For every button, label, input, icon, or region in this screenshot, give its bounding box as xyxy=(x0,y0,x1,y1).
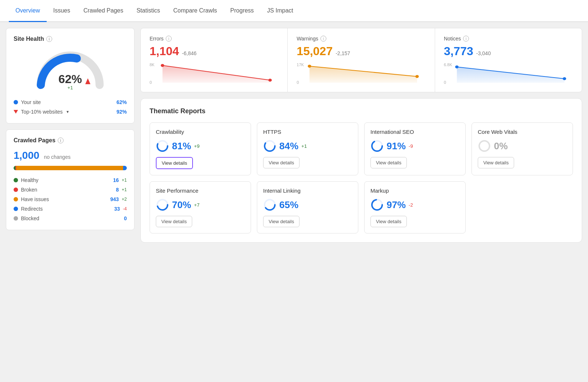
notices-card: Notices i 3,773 -3,040 6.8K 0 xyxy=(435,28,582,92)
warnings-value-row: 15,027 -2,157 xyxy=(297,44,426,58)
metrics-row: Errors i 1,104 -6,846 8K 0 xyxy=(140,28,582,92)
nav-compare-crawls[interactable]: Compare Crawls xyxy=(166,0,223,22)
warnings-sparkline-svg xyxy=(297,63,426,85)
redirects-segment xyxy=(123,166,127,170)
https-view-details-button[interactable]: View details xyxy=(263,157,300,168)
notices-sparkline: 6.8K 0 xyxy=(444,63,573,85)
issues-dot xyxy=(14,197,18,201)
main-content: Site Health i 62% +1 xyxy=(0,22,588,249)
notices-value-row: 3,773 -3,040 xyxy=(444,44,573,58)
errors-sparkline-svg xyxy=(150,63,279,85)
site-health-title: Site Health i xyxy=(14,36,127,42)
int-seo-view-details-button[interactable]: View details xyxy=(370,157,407,168)
int-link-view-details-button[interactable]: View details xyxy=(263,216,300,227)
site-perf-view-details-button[interactable]: View details xyxy=(156,216,192,227)
healthy-dot xyxy=(14,178,18,182)
svg-marker-0 xyxy=(85,78,90,84)
svg-text:+1: +1 xyxy=(68,85,73,90)
https-donut xyxy=(263,139,276,153)
warnings-card: Warnings i 15,027 -2,157 17K 0 xyxy=(288,28,435,92)
redirects-dot xyxy=(14,207,18,211)
left-column: Site Health i 62% +1 xyxy=(6,28,135,243)
crawlability-donut xyxy=(156,139,169,153)
svg-marker-6 xyxy=(309,66,417,83)
nav-statistics[interactable]: Statistics xyxy=(130,0,166,22)
svg-point-4 xyxy=(161,64,164,67)
thematic-bottom-row: Site Performance 70% +7 View details Int… xyxy=(150,181,573,233)
top10-dropdown-icon[interactable]: ▾ xyxy=(67,109,69,114)
stat-broken: Broken 8 +1 xyxy=(14,186,127,194)
crawled-pages-info-icon[interactable]: i xyxy=(58,138,64,143)
site-perf-percent-row: 70% +7 xyxy=(156,198,245,211)
svg-point-11 xyxy=(563,77,566,80)
thematic-reports-panel: Thematic Reports Crawlability 81% +9 Vie… xyxy=(140,98,582,243)
crawlability-view-details-button[interactable]: View details xyxy=(156,157,193,169)
markup-view-details-button[interactable]: View details xyxy=(370,216,407,227)
crawled-count-row: 1,000 no changes xyxy=(14,150,127,161)
cwv-view-details-button[interactable]: View details xyxy=(478,157,514,168)
stat-healthy: Healthy 16 +1 xyxy=(14,176,127,184)
site-perf-donut xyxy=(156,198,169,211)
empty-report-slot xyxy=(472,181,573,233)
svg-point-18 xyxy=(479,141,490,151)
crawled-progress-bar xyxy=(14,166,127,170)
int-link-donut xyxy=(263,198,276,211)
stat-redirects: Redirects 33 -4 xyxy=(14,205,127,213)
top10-triangle-icon xyxy=(14,110,18,114)
crawled-pages-panel: Crawled Pages i 1,000 no changes Healthy xyxy=(6,129,135,230)
crawlability-percent-row: 81% +9 xyxy=(156,139,245,153)
report-crawlability: Crawlability 81% +9 View details xyxy=(150,122,251,175)
warnings-sparkline: 17K 0 xyxy=(297,63,426,85)
nav-js-impact[interactable]: JS Impact xyxy=(261,0,300,22)
cwv-donut xyxy=(478,139,491,153)
broken-dot xyxy=(14,188,18,192)
errors-card: Errors i 1,104 -6,846 8K 0 xyxy=(141,28,288,92)
int-seo-percent-row: 91% -9 xyxy=(370,139,459,153)
your-site-dot xyxy=(14,100,18,104)
site-health-info-icon[interactable]: i xyxy=(46,36,52,42)
report-core-web-vitals: Core Web Vitals 0% View details xyxy=(472,122,573,175)
site-health-panel: Site Health i 62% +1 xyxy=(6,28,135,124)
svg-marker-3 xyxy=(162,65,270,83)
svg-point-8 xyxy=(416,75,419,78)
right-content: Errors i 1,104 -6,846 8K 0 xyxy=(140,28,582,243)
markup-donut xyxy=(370,198,384,211)
thematic-reports-title: Thematic Reports xyxy=(150,107,573,115)
stat-have-issues: Have issues 943 +2 xyxy=(14,195,127,203)
legend-your-site: Your site 62% xyxy=(14,98,127,106)
blocked-dot xyxy=(14,216,18,221)
warnings-info-icon[interactable]: i xyxy=(320,36,326,42)
stat-blocked: Blocked 0 xyxy=(14,214,127,222)
errors-info-icon[interactable]: i xyxy=(166,36,172,42)
int-link-percent-row: 65% xyxy=(263,198,352,211)
notices-label: Notices i xyxy=(444,36,573,42)
thematic-top-row: Crawlability 81% +9 View details HTTPS xyxy=(150,122,573,175)
top-navigation: Overview Issues Crawled Pages Statistics… xyxy=(0,0,588,22)
markup-percent-row: 97% -2 xyxy=(370,198,459,211)
nav-issues[interactable]: Issues xyxy=(47,0,77,22)
gauge-chart: 62% +1 xyxy=(33,48,107,92)
nav-overview[interactable]: Overview xyxy=(9,0,47,22)
nav-crawled-pages[interactable]: Crawled Pages xyxy=(77,0,130,22)
cwv-percent-row: 0% xyxy=(478,139,567,153)
crawled-pages-title: Crawled Pages i xyxy=(14,137,127,144)
svg-point-10 xyxy=(455,65,458,68)
report-internal-linking: Internal Linking 65% View details xyxy=(257,181,358,233)
errors-sparkline: 8K 0 xyxy=(150,63,279,85)
report-https: HTTPS 84% +1 View details xyxy=(257,122,358,175)
nav-progress[interactable]: Progress xyxy=(224,0,261,22)
legend-top10-websites: Top-10% websites ▾ 92% xyxy=(14,108,127,116)
https-percent-row: 84% +1 xyxy=(263,139,352,153)
warnings-label: Warnings i xyxy=(297,36,426,42)
report-international-seo: International SEO 91% -9 View details xyxy=(364,122,466,175)
notices-info-icon[interactable]: i xyxy=(463,36,469,42)
int-seo-donut xyxy=(370,139,384,153)
errors-value-row: 1,104 -6,846 xyxy=(150,44,279,58)
report-markup: Markup 97% -2 View details xyxy=(364,181,466,233)
errors-label: Errors i xyxy=(150,36,279,42)
svg-point-5 xyxy=(268,79,272,82)
issues-segment xyxy=(16,166,123,170)
notices-sparkline-svg xyxy=(444,63,573,85)
svg-marker-9 xyxy=(457,67,564,83)
svg-text:62%: 62% xyxy=(58,72,82,86)
